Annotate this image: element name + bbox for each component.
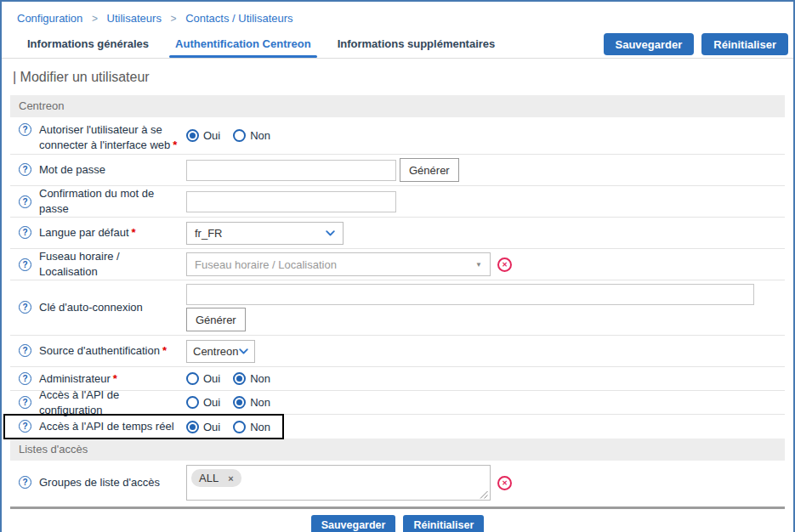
form-row-allow-web-login: ? Autoriser l'utilisateur à se connecter… [10,117,785,155]
form-row-auth-source: ? Source d'authentification* Centreon [10,336,785,367]
chevron-down-icon [326,230,335,236]
help-icon[interactable]: ? [19,163,31,176]
tab-informations-generales[interactable]: Informations générales [26,31,150,58]
radio-option-oui[interactable]: Oui [186,421,220,433]
password-confirm-input[interactable] [186,191,396,212]
field-label: Clé d'auto-connexion [39,300,143,315]
autologin-key-input[interactable] [186,284,754,305]
radio-label: Oui [203,372,220,385]
radio-label: Oui [203,421,220,433]
help-icon[interactable]: ? [19,476,31,489]
radio-option-oui[interactable]: Oui [186,372,220,385]
help-icon[interactable]: ? [19,420,31,433]
tab-informations-supplementaires[interactable]: Informations supplémentaires [336,31,497,58]
tag-label: ALL [199,472,219,484]
required-marker: * [162,344,167,357]
form-row-api-configuration: ? Accès à l'API de configuration Oui Non [10,391,785,415]
field-label: Administrateur* [39,371,117,387]
breadcrumb: Configuration > Utilisateurs > Contacts … [2,2,793,31]
radio-checked-icon[interactable] [233,372,246,385]
radio-option-non[interactable]: Non [233,372,270,385]
generate-password-button[interactable]: Générer [400,158,459,182]
help-icon[interactable]: ? [19,301,31,314]
required-marker: * [113,372,117,385]
radio-label: Oui [203,396,220,409]
clear-acl-groups-icon[interactable]: ✕ [497,476,512,490]
timezone-placeholder: Fuseau horaire / Localisation [195,258,337,271]
help-icon[interactable]: ? [19,372,31,385]
radio-unchecked-icon[interactable] [233,129,246,142]
timezone-select[interactable]: Fuseau horaire / Localisation ▼ [186,252,491,276]
help-icon[interactable]: ? [19,344,31,357]
help-icon[interactable]: ? [19,123,31,136]
auth-source-value: Centreon [193,345,238,358]
help-icon[interactable]: ? [19,396,31,409]
radio-checked-icon[interactable] [186,129,199,142]
required-marker: * [173,139,177,151]
form-row-api-realtime: ? Accès à l'API de temps réel Oui Non [10,415,785,439]
radio-option-non[interactable]: Non [233,396,270,409]
radio-label: Oui [203,129,220,142]
radio-unchecked-icon[interactable] [186,396,199,409]
radio-checked-icon[interactable] [233,396,246,409]
chevron-down-icon [239,348,248,354]
breadcrumb-utilisateurs[interactable]: Utilisateurs [107,12,162,25]
clear-timezone-icon[interactable]: ✕ [497,258,512,272]
radio-label: Non [250,129,270,142]
form-row-language: ? Langue par défaut* fr_FR [10,218,785,249]
breadcrumb-contacts-utilisateurs[interactable]: Contacts / Utilisateurs [185,12,292,25]
footer-actions: Sauvegarder Réinitialiser [2,509,793,532]
password-input[interactable] [186,160,396,181]
tag-remove-icon[interactable]: × [228,473,233,484]
radio-label: Non [250,396,270,409]
radio-option-oui[interactable]: Oui [186,129,220,142]
language-select-value: fr_FR [195,227,223,240]
form-row-password: ? Mot de passe Générer [10,155,785,186]
breadcrumb-configuration[interactable]: Configuration [17,12,82,25]
radio-label: Non [250,421,270,433]
field-label: Langue par défaut* [39,225,136,241]
breadcrumb-separator: > [171,13,177,25]
dropdown-arrow-icon: ▼ [475,261,482,269]
field-label: Accès à l'API de temps réel [39,419,174,434]
help-icon[interactable]: ? [19,258,31,271]
breadcrumb-separator: > [92,13,98,25]
help-icon[interactable]: ? [19,226,31,239]
radio-checked-icon[interactable] [186,421,199,433]
field-label: Confirmation du mot de passe [39,186,179,216]
radio-option-non[interactable]: Non [233,129,270,142]
footer-reset-button[interactable]: Réinitialiser [403,515,484,532]
form-row-timezone: ? Fuseau horaire / Localisation Fuseau h… [10,249,785,280]
form-row-password-confirm: ? Confirmation du mot de passe [10,186,785,218]
help-icon[interactable]: ? [19,195,31,208]
radio-label: Non [250,372,270,385]
section-header-centreon: Centreon [10,95,785,117]
tab-authentification-centreon[interactable]: Authentification Centreon [173,31,313,58]
radio-option-oui[interactable]: Oui [186,396,220,409]
required-marker: * [132,226,136,239]
section-header-access-lists: Listes d'accès [10,439,785,461]
field-label: Source d'authentification* [39,343,167,359]
field-label: Fuseau horaire / Localisation [39,249,179,279]
radio-unchecked-icon[interactable] [186,372,199,385]
resize-handle-icon[interactable] [480,490,488,499]
field-label: Mot de passe [39,162,105,178]
page-title: | Modifier un utilisateur [2,59,793,95]
field-label: Autoriser l'utilisateur à se connecter à… [39,122,179,152]
radio-unchecked-icon[interactable] [233,421,246,433]
form-content: Centreon ? Autoriser l'utilisateur à se … [10,95,785,505]
form-row-acl-groups: ? Groupes de liste d'accès ALL × ✕ [10,461,785,505]
language-select[interactable]: fr_FR [186,222,344,245]
radio-option-non[interactable]: Non [233,421,270,433]
acl-groups-multiselect[interactable]: ALL × [186,465,491,501]
reset-button[interactable]: Réinitialiser [701,33,788,55]
form-row-autologin-key: ? Clé d'auto-connexion Générer [10,280,785,336]
field-label: Groupes de liste d'accès [39,475,160,490]
field-label: Accès à l'API de configuration [39,388,179,417]
footer-save-button[interactable]: Sauvegarder [311,515,396,532]
save-button[interactable]: Sauvegarder [604,33,695,55]
auth-source-select[interactable]: Centreon [186,340,255,363]
tag-all: ALL × [191,469,241,487]
generate-key-button[interactable]: Générer [186,308,246,331]
tabs-bar: Informations générales Authentification … [2,31,793,59]
